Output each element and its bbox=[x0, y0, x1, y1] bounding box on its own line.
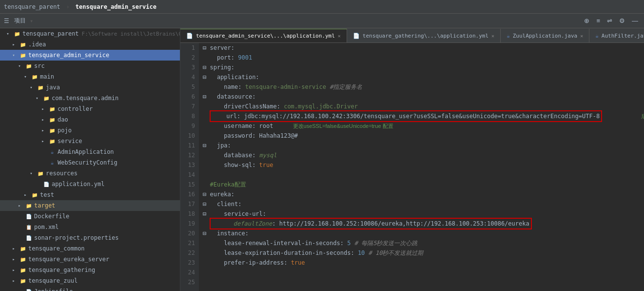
folder-icon: 📁 bbox=[31, 73, 39, 81]
code-text-17: client: bbox=[210, 199, 241, 209]
tree-item-pojo[interactable]: ▸ 📁 pojo bbox=[0, 125, 180, 136]
tree-label-test: test bbox=[40, 191, 54, 198]
tree-item-package[interactable]: ▾ 📁 com.tensquare.admin bbox=[0, 93, 180, 104]
chevron-down-icon: ▾ bbox=[4, 30, 12, 38]
tree-item-admin-app[interactable]: ☕ AdminApplication bbox=[0, 146, 180, 157]
tree-item-websecurity[interactable]: ☕ WebSecurityConfig bbox=[0, 157, 180, 168]
chevron-right-icon: ▸ bbox=[39, 126, 47, 134]
tree-item-application-yml[interactable]: 📄 application.yml bbox=[0, 179, 180, 189]
tree-item-admin-service[interactable]: ▾ 📁 tensquare_admin_service bbox=[0, 50, 180, 61]
tab-yml-icon: 📄 bbox=[353, 33, 360, 39]
tree-label-admin-app: AdminApplication bbox=[58, 148, 114, 155]
code-text-3: spring: bbox=[210, 62, 234, 72]
tree-item-pom-xml[interactable]: 📋 pom.xml bbox=[0, 222, 180, 232]
toolbar-sync-btn[interactable]: ⇌ bbox=[605, 16, 614, 25]
title-parent[interactable]: tensquare_parent bbox=[4, 3, 60, 10]
code-indent-15: ⊟ bbox=[203, 180, 210, 189]
tab-zuul-app[interactable]: ☕ ZuulApplication.java ✕ bbox=[501, 29, 589, 42]
code-line-15: ⊟ #Eureka配置 bbox=[203, 180, 644, 189]
code-line-5: ⊟ name: tensquare-admin-service #指定服务名 bbox=[203, 82, 644, 92]
code-text-10a: password: bbox=[210, 131, 259, 141]
tree-item-test[interactable]: ▸ 📁 test bbox=[0, 189, 180, 200]
code-line-9: ⊟ username: root 更改useSSL=false&useUnico… bbox=[203, 121, 644, 131]
tree-label-admin-service: tensquare_admin_service bbox=[28, 52, 109, 59]
tab-gathering-yml[interactable]: 📄 tensquare_gathering\...\application.ym… bbox=[347, 29, 501, 42]
tree-label-pom-xml: pom.xml bbox=[34, 224, 59, 230]
code-indent-5: ⊟ bbox=[203, 82, 210, 92]
code-editor: 1 2 3 4 5 6 7 8 9 10 11 12 13 14 15 16 1… bbox=[180, 43, 644, 291]
code-content[interactable]: ⊟ server: ⊟ port: 9001 ⊟ spring: bbox=[199, 43, 644, 291]
xml-icon: 📋 bbox=[25, 223, 33, 231]
tree-item-eureka-server[interactable]: ▸ 📁 tensquare_eureka_server bbox=[0, 254, 180, 265]
tab-auth-filter[interactable]: ☕ AuthFilter.java ✕ bbox=[589, 29, 644, 42]
tree-label-java-folder: java bbox=[46, 84, 60, 91]
tree-label-resources: resources bbox=[46, 170, 78, 177]
tree-item-sonar[interactable]: 📄 sonar-project.properties bbox=[0, 232, 180, 243]
tree-item-target[interactable]: ▸ 📁 target bbox=[0, 200, 180, 211]
tree-item-tensquare-parent[interactable]: ▾ 📁 tensquare_parent F:\Software install… bbox=[0, 28, 180, 39]
code-line-10: ⊟ password: Hahaha123@# bbox=[203, 131, 644, 141]
code-indent-7: ⊟ bbox=[203, 102, 210, 111]
tab-label-zuul-app: ZuulApplication.java bbox=[513, 33, 577, 39]
tree-item-zuul[interactable]: ▸ 📁 tensquare_zuul bbox=[0, 275, 180, 286]
title-bar: tensquare_parent › tensquare_admin_servi… bbox=[0, 0, 644, 14]
tab-java-icon: ☕ bbox=[595, 33, 599, 39]
code-text-21a: lease-renewal-interval-in-seconds: bbox=[210, 238, 347, 248]
toolbar-settings-btn[interactable]: ⚙ bbox=[617, 16, 627, 25]
tree-item-resources[interactable]: ▾ 📁 resources bbox=[0, 168, 180, 179]
code-val-21: 5 bbox=[347, 238, 351, 248]
tree-item-dockerfile[interactable]: 📄 Dockerfile bbox=[0, 211, 180, 222]
code-line-12: ⊟ database: mysql bbox=[203, 150, 644, 160]
tab-close-zuul-app[interactable]: ✕ bbox=[580, 33, 583, 39]
chevron-right-icon: ▸ bbox=[39, 116, 47, 124]
code-fold-17: ⊟ bbox=[203, 199, 210, 209]
tree-item-common[interactable]: ▸ 📁 tensquare_common bbox=[0, 243, 180, 254]
code-line-11: ⊟ jpa: bbox=[203, 141, 644, 150]
tab-close-gathering-yml[interactable]: ✕ bbox=[491, 33, 494, 39]
folder-icon: 📁 bbox=[19, 255, 27, 263]
tree-item-controller[interactable]: ▸ 📁 controller bbox=[0, 104, 180, 114]
tree-item-jenkinsfile[interactable]: 📄 Jenkinsfile bbox=[0, 286, 180, 291]
code-empty-24 bbox=[203, 268, 206, 277]
tree-label-websecurity: WebSecurityConfig bbox=[58, 159, 117, 166]
tree-item-src[interactable]: ▾ 📁 src bbox=[0, 61, 180, 71]
chevron-right-icon: ▸ bbox=[10, 245, 18, 252]
title-active[interactable]: tensquare_admin_service bbox=[76, 3, 156, 10]
folder-icon: 📁 bbox=[19, 277, 27, 285]
toolbar-project-label: 项目 bbox=[14, 17, 26, 25]
spacer-icon bbox=[16, 288, 23, 291]
tree-item-gathering[interactable]: ▸ 📁 tensquare_gathering bbox=[0, 265, 180, 275]
tree-item-main[interactable]: ▾ 📁 main bbox=[0, 71, 180, 82]
chevron-down-icon: ▾ bbox=[16, 62, 23, 70]
code-fold-3: ⊟ bbox=[203, 62, 210, 72]
code-text-13a: show-sql: bbox=[210, 160, 259, 170]
tab-label-admin-yml: tensquare_admin_service\...\application.… bbox=[196, 33, 335, 39]
tree-item-service[interactable]: ▸ 📁 service bbox=[0, 136, 180, 146]
toolbar-add-btn[interactable]: ⊕ bbox=[582, 16, 591, 25]
code-line-22: ⊟ lease-expiration-duration-in-seconds: … bbox=[203, 248, 644, 258]
tab-admin-yml[interactable]: 📄 tensquare_admin_service\...\applicatio… bbox=[180, 29, 347, 42]
code-indent-19: ⊟ bbox=[203, 219, 210, 229]
folder-icon: 📁 bbox=[19, 41, 27, 48]
chevron-right-icon: ▸ bbox=[10, 266, 18, 274]
tree-label-controller: controller bbox=[58, 105, 93, 112]
tree-item-dao[interactable]: ▸ 📁 dao bbox=[0, 114, 180, 125]
code-fold-1: ⊟ bbox=[203, 43, 210, 53]
tab-close-admin-yml[interactable]: ✕ bbox=[338, 33, 341, 39]
code-indent-2: ⊟ bbox=[203, 53, 210, 62]
tree-label-jenkinsfile: Jenkinsfile bbox=[34, 288, 73, 291]
tree-label-dao: dao bbox=[58, 116, 68, 123]
folder-icon: 📁 bbox=[19, 266, 27, 274]
toolbar-collapse-btn[interactable]: — bbox=[630, 16, 640, 25]
code-text-12b: mysql bbox=[259, 150, 277, 160]
code-text-4: application: bbox=[210, 72, 259, 82]
tree-item-java-folder[interactable]: ▾ 📁 java bbox=[0, 82, 180, 93]
code-fold-4: ⊟ bbox=[203, 72, 210, 82]
tree-item-idea[interactable]: ▸ 📁 .idea bbox=[0, 39, 180, 50]
code-indent-23: ⊟ bbox=[203, 258, 210, 268]
code-line-17: ⊟ client: bbox=[203, 199, 644, 209]
code-fold-16: ⊟ bbox=[203, 189, 210, 199]
tree-label-sonar: sonar-project.properties bbox=[34, 234, 118, 241]
code-indent-10: ⊟ bbox=[203, 131, 210, 141]
toolbar-list-btn[interactable]: ≡ bbox=[594, 16, 602, 25]
